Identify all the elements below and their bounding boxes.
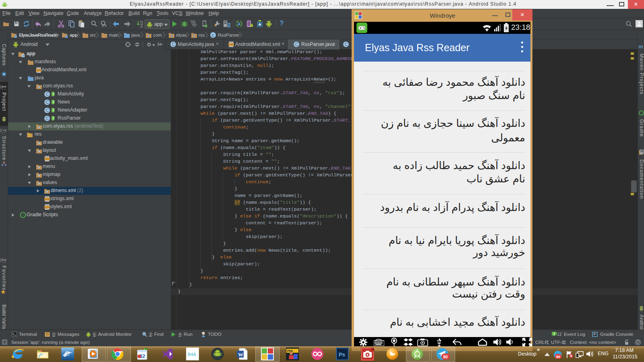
svg-text:Ps: Ps — [339, 352, 345, 358]
svg-text:60: 60 — [443, 355, 448, 359]
svg-text:C: C — [212, 33, 215, 37]
svg-text:60: 60 — [556, 355, 560, 359]
svg-text:A: A — [102, 24, 104, 28]
svg-text:01: 01 — [140, 25, 143, 28]
svg-text:B4A: B4A — [188, 352, 196, 357]
svg-text:PES: PES — [287, 350, 293, 352]
svg-text:W: W — [238, 352, 243, 358]
